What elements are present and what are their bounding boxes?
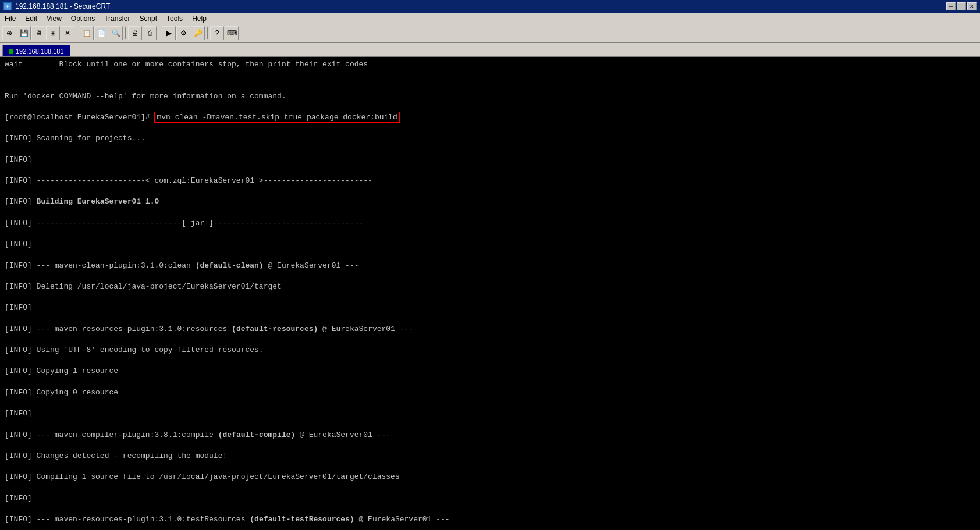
menu-options[interactable]: Options: [66, 14, 100, 23]
terminal-line: [INFO] --- maven-resources-plugin:3.1.0:…: [5, 514, 975, 525]
minimize-button[interactable]: ─: [946, 2, 956, 10]
menu-edit[interactable]: Edit: [20, 14, 42, 23]
terminal-line: wait Block until one or more containers …: [5, 59, 975, 70]
terminal-line: [INFO] Copying 0 resource: [5, 387, 975, 398]
terminal-line: [INFO]: [5, 155, 975, 165]
terminal-line: [INFO] Copying 1 resource: [5, 366, 975, 376]
command-highlight: mvn clean -Dmaven.test.skip=true package…: [154, 112, 399, 123]
menu-view[interactable]: View: [42, 14, 66, 23]
terminal-line: [INFO] Changes detected - recompiling th…: [5, 451, 975, 461]
menu-tools[interactable]: Tools: [162, 14, 187, 23]
toolbar-btn-paste[interactable]: 📄: [94, 26, 108, 40]
window-title: 192.168.188.181 - SecureCRT: [15, 2, 943, 10]
toolbar-btn-keyboard[interactable]: ⌨: [225, 26, 239, 40]
terminal-line: [INFO]: [5, 408, 975, 419]
terminal-line: [INFO] Scanning for projects...: [5, 133, 975, 144]
toolbar-btn-3[interactable]: 🖥: [31, 26, 45, 40]
toolbar-btn-find[interactable]: 🔍: [109, 26, 123, 40]
maximize-button[interactable]: □: [957, 2, 966, 10]
connection-indicator: [9, 49, 13, 54]
toolbar-separator-1: [77, 27, 77, 39]
menu-script[interactable]: Script: [134, 14, 162, 23]
title-bar: ⊞ 192.168.188.181 - SecureCRT ─ □ ✕: [0, 0, 980, 13]
toolbar-btn-help[interactable]: ?: [210, 26, 224, 40]
terminal-line: Run 'docker COMMAND --help' for more inf…: [5, 91, 975, 102]
terminal-line: [INFO] Building EurekaServer01 1.0: [5, 197, 975, 207]
toolbar-separator-4: [207, 27, 208, 39]
menu-transfer[interactable]: Transfer: [100, 14, 134, 23]
close-button[interactable]: ✕: [967, 2, 977, 10]
terminal-line: [INFO]: [5, 303, 975, 313]
terminal-line: [root@localhost EurekaServer01]# mvn cle…: [5, 112, 975, 123]
tab-bar: 192.168.188.181: [0, 43, 980, 57]
window-controls: ─ □ ✕: [946, 2, 977, 10]
toolbar-separator-2: [125, 27, 126, 39]
tab-label: 192.168.188.181: [16, 48, 64, 55]
menu-help[interactable]: Help: [187, 14, 211, 23]
terminal-line: [INFO] --------------------------------[…: [5, 218, 975, 229]
terminal-line: [INFO] --- maven-resources-plugin:3.1.0:…: [5, 324, 975, 335]
terminal-line: [INFO] Compiling 1 source file to /usr/l…: [5, 472, 975, 482]
shell-prompt: [root@localhost EurekaServer01]#: [5, 113, 154, 122]
terminal-line: [INFO]: [5, 493, 975, 504]
toolbar-btn-2[interactable]: 💾: [17, 26, 31, 40]
terminal-line: [INFO] Deleting /usr/local/java-project/…: [5, 282, 975, 292]
terminal-line: [INFO] --- maven-compiler-plugin:3.8.1:c…: [5, 430, 975, 440]
toolbar-separator-3: [159, 27, 159, 39]
terminal-line: [INFO]: [5, 239, 975, 250]
menu-file[interactable]: File: [0, 14, 20, 23]
toolbar-btn-copy[interactable]: 📋: [80, 26, 94, 40]
menu-bar: File Edit View Options Transfer Script T…: [0, 13, 980, 24]
terminal-line: [INFO] ------------------------< com.zql…: [5, 176, 975, 186]
toolbar-btn-4[interactable]: ⊞: [46, 26, 60, 40]
terminal-line: [INFO] --- maven-clean-plugin:3.1.0:clea…: [5, 261, 975, 271]
toolbar-btn-print[interactable]: 🖨: [128, 26, 142, 40]
toolbar-btn-script2[interactable]: ⚙: [176, 26, 190, 40]
toolbar-btn-script1[interactable]: ▶: [162, 26, 176, 40]
terminal-output[interactable]: wait Block until one or more containers …: [0, 57, 980, 530]
toolbar-btn-5[interactable]: ✕: [61, 26, 74, 40]
terminal-line: [INFO] Using 'UTF-8' encoding to copy fi…: [5, 345, 975, 355]
toolbar-btn-key[interactable]: 🔑: [191, 26, 205, 40]
toolbar: ⊕ 💾 🖥 ⊞ ✕ 📋 📄 🔍 🖨 ⎙ ▶ ⚙ 🔑 ? ⌨: [0, 24, 980, 43]
session-tab[interactable]: 192.168.188.181: [2, 45, 70, 56]
toolbar-btn-1[interactable]: ⊕: [2, 26, 16, 40]
app-icon: ⊞: [3, 2, 12, 10]
toolbar-btn-print2[interactable]: ⎙: [143, 26, 157, 40]
